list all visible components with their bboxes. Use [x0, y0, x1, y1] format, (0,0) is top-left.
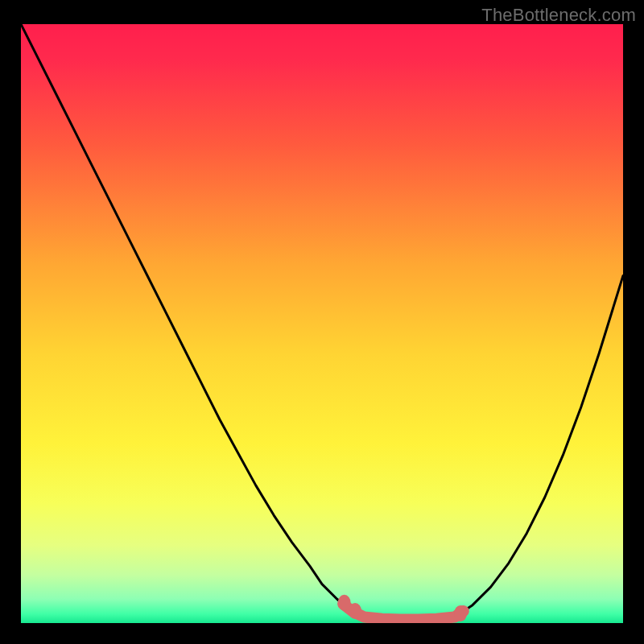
curve-right — [455, 275, 623, 617]
curve-left — [21, 24, 364, 617]
chart-lines — [21, 24, 623, 623]
app-frame: TheBottleneck.com — [0, 0, 644, 644]
watermark-text: TheBottleneck.com — [481, 5, 636, 26]
highlight-marker — [338, 595, 351, 611]
highlight-marker — [454, 605, 467, 621]
plot-area — [21, 24, 623, 623]
highlight-marker — [349, 603, 361, 619]
